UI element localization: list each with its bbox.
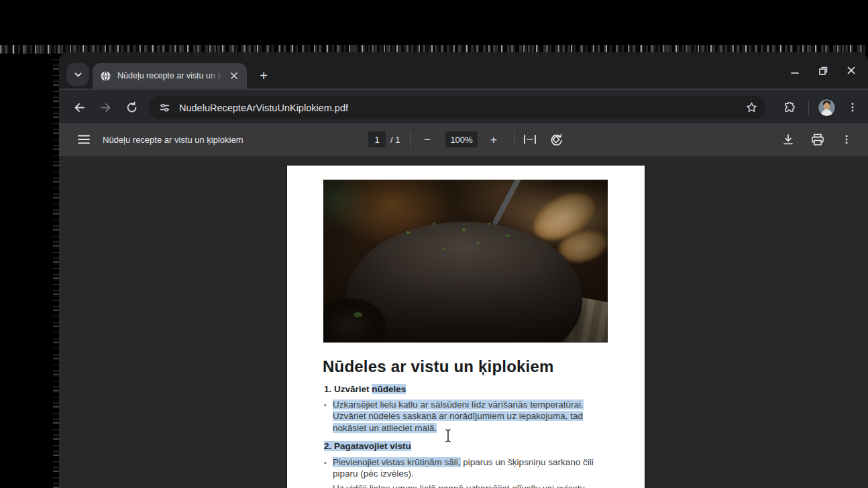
window-controls [781,52,868,88]
site-settings-button[interactable] [154,99,174,117]
pdf-document-title: Nūdeļu recepte ar vistu un ķiplokiem [103,135,243,145]
extensions-button[interactable] [777,95,802,119]
step-2-bullet-1: • Pievienojiet vistas krūtiņām sāli, pip… [324,456,612,480]
download-button[interactable] [777,129,799,150]
selected-text: Pievienojiet vistas krūtiņām sāli, [333,457,461,467]
zoom-out-button[interactable]: − [419,131,436,149]
kebab-menu-icon [847,102,858,113]
forward-arrow-icon [99,101,112,114]
back-button[interactable] [67,95,91,119]
pdf-more-options-button[interactable] [836,129,857,150]
tab-search-button[interactable] [66,63,89,86]
screen: Nūdeļu recepte ar vistu un ķip + [0,0,868,488]
hamburger-icon [78,135,90,144]
profile-avatar[interactable] [818,99,836,117]
print-button[interactable] [807,129,828,150]
download-icon [782,133,794,145]
toolbar-divider [808,101,809,115]
minimize-button[interactable] [781,59,809,82]
close-icon [847,66,856,75]
selected-text: 2. Pagatavojiet vistu [324,441,411,451]
rotate-button[interactable] [545,129,567,150]
step-1-title: 1. Uzvāriet nūdeles [324,383,612,395]
pdf-toolbar: Nūdeļu recepte ar vistu un ķiplokiem 1 /… [59,123,868,156]
photo-vignette [323,180,608,343]
page-count-label: / 1 [390,135,400,145]
pdf-page: Nūdeles ar vistu un ķiplokiem 1. Uzvārie… [287,166,645,488]
pdf-toolbar-divider [514,132,514,147]
back-arrow-icon [73,101,86,114]
tab-active[interactable]: Nūdeļu recepte ar vistu un ķip [93,63,247,88]
recipe-heading: Nūdeles ar vistu un ķiplokiem [323,357,554,376]
selected-text: nūdeles [372,384,406,394]
fit-to-width-button[interactable] [519,129,541,150]
bullet-marker: • [324,483,333,488]
reload-button[interactable] [119,95,144,119]
close-window-button[interactable] [837,59,865,82]
bookmark-star-button[interactable] [745,101,758,114]
recipe-body: 1. Uzvāriet nūdeles • Uzkarsējiet lielu … [324,383,612,488]
browser-window: Nūdeļu recepte ar vistu un ķip + [59,52,868,488]
forward-button[interactable] [93,95,117,119]
url-text[interactable]: NudeluRecepteArVistuUnKiplokiem.pdf [179,103,745,113]
kebab-menu-icon [841,134,852,145]
star-icon [745,101,758,114]
pdf-viewer-area[interactable]: Nūdeles ar vistu un ķiplokiem 1. Uzvārie… [59,156,868,488]
tab-close-button[interactable] [228,70,240,82]
tab-strip: Nūdeļu recepte ar vistu un ķip + [59,52,868,88]
restore-window-icon [818,66,828,76]
omnibox[interactable]: NudeluRecepteArVistuUnKiplokiem.pdf [149,96,766,119]
page-number-input[interactable]: 1 [368,131,386,147]
new-tab-button[interactable]: + [255,67,272,84]
globe-favicon-icon [100,70,111,82]
pdf-menu-button[interactable] [73,129,95,150]
step-2-bullet-2: • Uz vidēji lielas uguns lielā pannā uzk… [324,483,612,488]
restore-button[interactable] [809,59,837,82]
rotate-ccw-icon [549,133,563,146]
browser-menu-button[interactable] [840,95,865,119]
printer-icon [811,133,824,146]
tune-icon [159,102,170,113]
zoom-level-input[interactable]: 100% [445,131,478,147]
step-1-bullet: • Uzkarsējiet lielu katlu ar sālsūdeni l… [324,399,612,434]
minimize-icon [790,66,800,75]
bullet-marker: • [324,399,333,434]
fit-width-icon [523,134,537,145]
reload-icon [125,101,138,114]
puzzle-icon [783,101,796,114]
close-icon [231,72,237,79]
step-2-title: 2. Pagatavojiet vistu [324,440,612,452]
text-cursor-icon [443,428,453,443]
zoom-in-button[interactable]: + [485,131,502,149]
chevron-down-icon [74,70,83,79]
bullet-marker: • [324,456,333,480]
pdf-toolbar-divider [410,132,411,147]
recipe-photo [323,180,608,343]
tab-title: Nūdeļu recepte ar vistu un ķip [117,70,225,81]
selected-text: Uzkarsējiet lielu katlu ar sālsūdeni līd… [333,400,584,433]
browser-toolbar: NudeluRecepteArVistuUnKiplokiem.pdf [59,88,868,123]
